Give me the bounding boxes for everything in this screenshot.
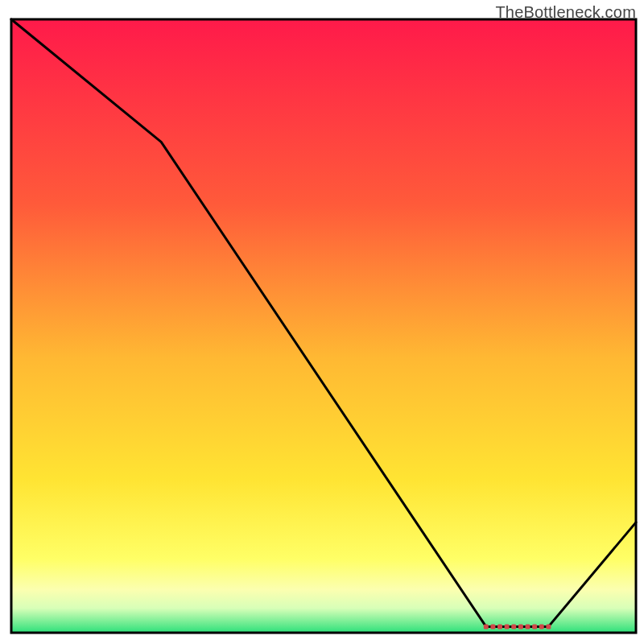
svg-rect-1 xyxy=(490,624,495,629)
svg-rect-0 xyxy=(484,624,489,629)
svg-rect-4 xyxy=(511,624,516,629)
chart-background xyxy=(11,19,636,633)
svg-rect-9 xyxy=(546,624,551,629)
svg-rect-3 xyxy=(505,624,510,629)
svg-rect-6 xyxy=(525,624,530,629)
chart-svg xyxy=(0,0,644,644)
bottleneck-chart: TheBottleneck.com xyxy=(0,0,644,644)
svg-rect-2 xyxy=(497,624,502,629)
svg-rect-7 xyxy=(532,624,537,629)
svg-rect-8 xyxy=(539,624,544,629)
svg-rect-5 xyxy=(518,624,523,629)
watermark-text: TheBottleneck.com xyxy=(495,3,636,22)
